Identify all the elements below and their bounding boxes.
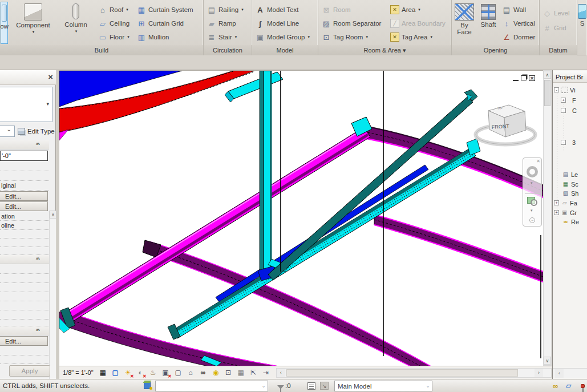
wall-opening-button[interactable]: ▤ Wall [502,3,526,16]
scroll-up-icon[interactable]: ∧ [544,71,551,79]
property-row[interactable]: oline [0,221,49,230]
scroll-left-icon[interactable]: ‹ [277,369,285,377]
view-lock-icon[interactable]: ⌂ [186,368,196,377]
tree-item-groups[interactable]: + ▣ Gr [554,208,577,217]
column-button[interactable]: Column ▾ [59,2,92,44]
scroll-up-icon[interactable]: ∧ [50,211,56,219]
temporary-view-properties-icon[interactable]: ⊡ [224,368,233,377]
editable-only-icon[interactable] [306,381,316,390]
analytical-model-icon[interactable]: ⇥ [261,368,271,377]
detail-level-icon[interactable]: ▦ [98,368,108,377]
instance-selector[interactable]: ⌄ [0,126,15,137]
component-button[interactable]: Component ▾ [14,2,52,44]
scrollbar-thumb[interactable] [286,369,518,377]
project-browser-hscrollbar[interactable]: ‹ [553,368,587,378]
scroll-down-icon[interactable]: ∨ [544,357,551,365]
property-row[interactable] [0,239,49,247]
edit-type-button[interactable]: Edit Type [18,126,55,137]
set-button-partial[interactable]: S [578,2,586,44]
mullion-button[interactable]: ▥ Mullion [137,31,169,43]
type-selector-arrow-icon[interactable]: ▾ [46,101,49,107]
panel-label-room-area[interactable]: Room & Area ▾ [318,45,451,55]
ramp-button[interactable]: ▰ Ramp [207,17,236,30]
select-pinned-icon[interactable] [578,381,587,390]
tree-item-families[interactable]: + ▱ Fa [554,199,577,207]
temporary-hide-isolate-icon[interactable]: ∞ [199,368,208,377]
tag-room-button[interactable]: ⊡ Tag Room▾ [322,31,368,43]
crop-view-icon[interactable]: ▣✕ [161,368,171,377]
project-browser-title[interactable]: Project Br [553,71,587,83]
curtain-system-button[interactable]: ▦ Curtain System [137,3,193,16]
type-selector[interactable]: ▾ [0,87,52,122]
properties-scrollbar[interactable]: ∧ ∨ [49,211,56,392]
scroll-right-icon[interactable]: › [535,369,543,377]
reveal-hidden-icon[interactable]: ◉ [211,368,221,377]
design-options-icon[interactable]: ↘ [319,381,329,390]
worksets-icon[interactable] [142,381,152,390]
worksharing-display-icon[interactable]: ▦ [236,368,246,377]
property-row[interactable] [0,230,49,239]
property-row[interactable] [0,310,49,320]
tree-item-revit-links[interactable]: ∞ Re [562,217,579,226]
tree-expander-icon[interactable]: - [554,87,559,92]
navigation-bar[interactable]: ✕ ▾ ▾ − [523,157,542,227]
instance-selector-arrow-icon[interactable]: ⌄ [7,126,11,132]
property-value-input[interactable] [0,151,48,161]
property-section-header[interactable]: ^^ [0,140,49,149]
tree-item-legends[interactable]: ▤ Le [562,170,578,179]
property-row[interactable] [0,346,49,355]
drawing-area[interactable]: TOP FRONT ✕ ✕ ▾ ▾ − [59,70,543,366]
view-close-icon[interactable]: ✕ [529,75,535,81]
property-row[interactable]: iginal [0,181,49,191]
tree-item-3d-views[interactable]: - 3 [561,138,576,147]
scrollbar-thumb[interactable] [544,80,550,106]
zoom-dropdown-icon[interactable]: ▾ [531,208,533,213]
room-separator-button[interactable]: ▨ Room Separator [322,17,381,30]
tag-area-button[interactable]: ✕ Tag Area▾ [390,31,432,43]
model-group-button[interactable]: ▣ Model Group▾ [256,31,310,43]
roof-button[interactable]: ⌂ Roof▾ [98,3,128,16]
dormer-button[interactable]: ∠ Dormer [502,31,535,43]
tree-expander-icon[interactable]: - [561,140,566,145]
component-dropdown-arrow[interactable]: ▾ [33,30,35,34]
view-scale-button[interactable]: 1/8" = 1'-0" [63,369,94,376]
panel-label-opening[interactable]: Opening [452,45,539,55]
tree-item-floor-plans[interactable]: + F [561,96,576,104]
properties-close-icon[interactable]: ✕ [48,74,53,81]
collapse-chevron-icon[interactable]: ^^ [36,142,39,147]
view-minimize-icon[interactable] [513,75,519,81]
tree-expander-icon[interactable]: - [561,108,566,113]
displacement-sets-icon[interactable]: ⇱ [249,368,258,377]
tree-item-views[interactable]: - Vi [554,86,576,94]
tree-item-ceiling-plans[interactable]: - C [561,106,577,115]
floor-button[interactable]: ▭ Floor▾ [98,31,129,43]
property-row[interactable] [0,274,49,283]
property-row[interactable] [0,171,49,181]
edit-button-2[interactable]: Edit... [0,201,48,211]
model-line-button[interactable]: ʃ Model Line [256,17,299,30]
column-dropdown-arrow[interactable]: ▾ [75,29,78,34]
panel-label-model[interactable]: Model [252,45,318,55]
property-row[interactable] [0,355,49,364]
steering-wheel-icon[interactable] [527,166,538,177]
property-section-header[interactable]: ^^ [0,255,49,264]
viewcube[interactable]: TOP FRONT [476,105,535,144]
tree-item-sheets[interactable]: ▧ Sh [562,189,578,197]
panel-label-circulation[interactable]: Circulation [204,45,252,55]
vertical-opening-button[interactable]: ↕ Vertical [502,17,535,30]
shaft-button[interactable]: Shaft [478,2,499,44]
stair-button[interactable]: ≣ Stair▾ [207,31,237,43]
tree-item-schedules[interactable]: ▦ Sc [562,180,578,188]
workset-select[interactable]: ⌄ [155,381,268,391]
filter-icon[interactable] [276,382,285,391]
scroll-left-icon[interactable]: ‹ [555,369,564,378]
viewport-hscrollbar[interactable]: ‹ › [276,368,552,378]
collapse-chevron-icon[interactable]: ^^ [36,328,39,333]
property-row[interactable] [0,247,49,255]
tree-expander-icon[interactable]: + [554,200,559,205]
navbar-pan-icon[interactable]: − [529,217,535,223]
edit-button-1[interactable]: Edit... [0,191,48,201]
panel-label-build[interactable]: Build [0,45,203,55]
zoom-tool-icon[interactable] [527,197,535,204]
tree-expander-icon[interactable]: + [554,210,559,215]
